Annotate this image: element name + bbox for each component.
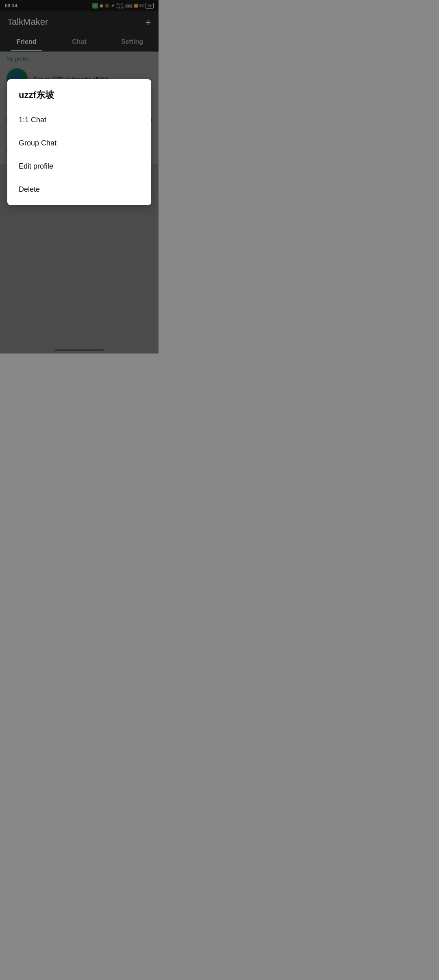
context-menu-item-edit-profile[interactable]: Edit profile xyxy=(7,155,151,178)
context-menu: uzzf东坡 1:1 Chat Group Chat Edit profile … xyxy=(7,79,151,205)
context-menu-title: uzzf东坡 xyxy=(7,87,151,108)
context-menu-item-delete[interactable]: Delete xyxy=(7,178,151,201)
context-menu-item-group-chat[interactable]: Group Chat xyxy=(7,132,151,155)
context-menu-item-one-one-chat[interactable]: 1:1 Chat xyxy=(7,108,151,132)
